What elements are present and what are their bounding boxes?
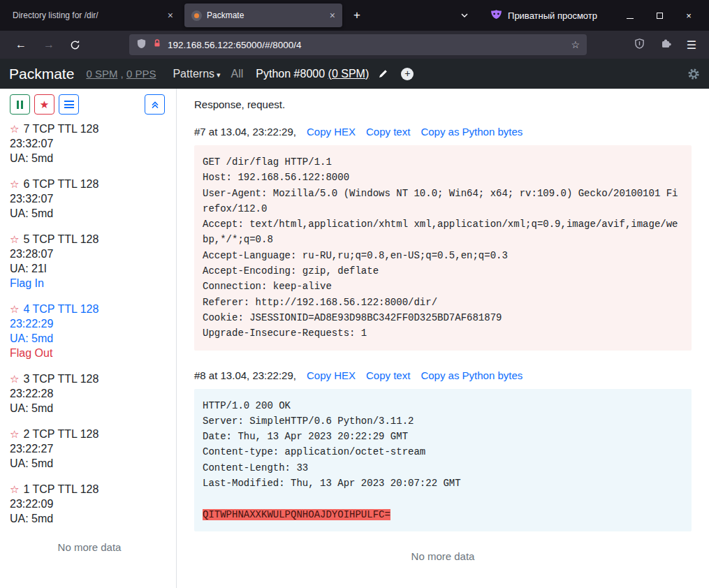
navbar-right-icons: ☰ xyxy=(630,38,702,52)
tab-close-icon[interactable]: × xyxy=(330,10,335,21)
packmate-favicon-icon xyxy=(191,10,202,21)
settings-gear-icon[interactable] xyxy=(687,68,700,80)
packet-header: #8 at 13.04, 23:22:29,Copy HEXCopy textC… xyxy=(194,369,692,381)
service-tab-python-8000[interactable]: Python #8000 (0 SPM) xyxy=(256,68,369,80)
entry-title: ☆6 TCP TTL 128 xyxy=(10,177,169,191)
copy-hex-link[interactable]: Copy HEX xyxy=(307,126,356,138)
packets-container: #7 at 13.04, 23:22:29,Copy HEXCopy textC… xyxy=(194,126,692,531)
new-tab-button[interactable]: + xyxy=(345,8,369,22)
entry-time: 23:22:27 xyxy=(10,441,169,456)
browser-tab-bar: Directory listing for /dir/ × Packmate ×… xyxy=(0,0,709,31)
stats-separator: , xyxy=(117,68,126,80)
entry-time: 23:28:07 xyxy=(10,247,169,261)
copy-hex-link[interactable]: Copy HEX xyxy=(307,369,356,381)
edit-service-pencil-icon[interactable] xyxy=(378,68,388,79)
tab-close-icon[interactable]: × xyxy=(168,10,173,21)
entry-title: ☆5 TCP TTL 128 xyxy=(10,232,169,247)
back-button[interactable]: ← xyxy=(7,38,35,51)
sidebar-no-more-data-text: No more data xyxy=(10,541,169,553)
patterns-label: Patterns xyxy=(173,68,214,80)
entry-title: ☆3 TCP TTL 128 xyxy=(10,372,169,386)
list-item[interactable]: ☆2 TCP TTL 12823:22:27UA: 5md xyxy=(10,427,169,471)
tab-title: Packmate xyxy=(207,10,324,20)
entry-title: ☆7 TCP TTL 128 xyxy=(10,122,169,136)
page-content: ★ ☆7 TCP TTL 12823:32:07UA: 5md☆6 TCP TT… xyxy=(0,89,709,588)
service-spm: (0 SPM) xyxy=(328,68,370,80)
private-badge-label: Приватный просмотр xyxy=(508,10,597,21)
entry-user-agent: UA: 5md xyxy=(10,511,169,526)
entry-user-agent: UA: 5md xyxy=(10,331,169,346)
traffic-stats: 0 SPM , 0 PPS xyxy=(86,68,156,80)
browser-navbar: ← → 192.168.56.122:65000/#/8000/4 ☆ ☰ xyxy=(0,31,709,59)
list-item[interactable]: ☆5 TCP TTL 12823:28:07UA: 21lFlag In xyxy=(10,232,169,291)
entry-flag-link[interactable]: Flag In xyxy=(10,276,169,291)
entry-user-agent: UA: 5md xyxy=(10,151,169,166)
packet-header: #7 at 13.04, 23:22:29,Copy HEXCopy textC… xyxy=(194,126,692,138)
list-item[interactable]: ☆4 TCP TTL 12823:22:29UA: 5mdFlag Out xyxy=(10,302,169,360)
private-browsing-badge: Приватный просмотр xyxy=(490,8,597,22)
favorite-star-icon[interactable]: ☆ xyxy=(10,303,19,315)
flag-highlight: QITWPHNAXXKWULPQNHOAJDYOIHPULFC= xyxy=(203,509,390,520)
copy-python-bytes-link[interactable]: Copy as Python bytes xyxy=(421,126,522,138)
packet-id: #7 at 13.04, 23:22:29, xyxy=(194,126,296,138)
entry-time: 23:22:09 xyxy=(10,497,169,511)
window-close-button[interactable]: × xyxy=(674,10,703,21)
entry-time: 23:32:07 xyxy=(10,136,169,151)
entry-time: 23:22:28 xyxy=(10,386,169,401)
copy-text-link[interactable]: Copy text xyxy=(366,369,410,381)
copy-python-bytes-link[interactable]: Copy as Python bytes xyxy=(421,369,522,381)
favorite-star-icon[interactable]: ☆ xyxy=(10,373,19,385)
tab-packmate[interactable]: Packmate × xyxy=(184,3,342,27)
entry-flag-link[interactable]: Flag Out xyxy=(10,346,169,360)
entry-title: ☆4 TCP TTL 128 xyxy=(10,302,169,316)
capture-list: ☆7 TCP TTL 12823:32:07UA: 5md☆6 TCP TTL … xyxy=(10,122,169,526)
protections-shield-icon[interactable] xyxy=(630,38,649,52)
patterns-dropdown[interactable]: Patterns▾ xyxy=(173,68,220,80)
add-service-button[interactable]: + xyxy=(401,68,414,80)
list-all-tabs-chevron-icon[interactable] xyxy=(460,10,469,20)
list-item[interactable]: ☆7 TCP TTL 12823:32:07UA: 5md xyxy=(10,122,169,166)
favorite-star-icon[interactable]: ☆ xyxy=(10,483,19,495)
favorite-star-icon[interactable]: ☆ xyxy=(10,178,19,190)
favorites-filter-button[interactable]: ★ xyxy=(34,94,54,115)
pause-capture-button[interactable] xyxy=(10,94,30,115)
list-item[interactable]: ☆6 TCP TTL 12823:32:07UA: 5md xyxy=(10,177,169,221)
list-item[interactable]: ☆3 TCP TTL 12823:22:28UA: 5md xyxy=(10,372,169,416)
sidebar: ★ ☆7 TCP TTL 12823:32:07UA: 5md☆6 TCP TT… xyxy=(0,89,177,588)
entry-user-agent: UA: 21l xyxy=(10,261,169,276)
chevron-down-icon: ▾ xyxy=(217,71,221,79)
copy-text-link[interactable]: Copy text xyxy=(366,126,410,138)
entry-time: 23:22:29 xyxy=(10,316,169,331)
url-bar[interactable]: 192.168.56.122:65000/#/8000/4 ☆ xyxy=(129,34,587,55)
reload-icon[interactable] xyxy=(63,40,87,50)
tab-directory-listing[interactable]: Directory listing for /dir/ × xyxy=(6,3,180,27)
bookmark-star-icon[interactable]: ☆ xyxy=(571,39,580,50)
window-maximize-button[interactable] xyxy=(645,10,674,21)
entry-time: 23:32:07 xyxy=(10,191,169,206)
list-item[interactable]: ☆1 TCP TTL 12823:22:09UA: 5md xyxy=(10,482,169,526)
list-mode-button[interactable] xyxy=(59,94,79,115)
entry-title: ☆2 TCP TTL 128 xyxy=(10,427,169,441)
tracking-shield-icon[interactable] xyxy=(136,38,147,52)
insecure-lock-icon[interactable] xyxy=(152,38,162,51)
entry-user-agent: UA: 5md xyxy=(10,401,169,416)
all-services-link[interactable]: All xyxy=(231,68,244,80)
packet-body: GET /dir/flag HTTP/1.1 Host: 192.168.56.… xyxy=(194,145,692,351)
entry-user-agent: UA: 5md xyxy=(10,456,169,471)
scroll-to-top-button[interactable] xyxy=(145,94,165,115)
display-mode-text: Response, request. xyxy=(194,98,692,110)
entry-user-agent: UA: 5md xyxy=(10,206,169,221)
packmate-header: Packmate 0 SPM , 0 PPS Patterns▾ All Pyt… xyxy=(0,59,709,89)
app-brand[interactable]: Packmate xyxy=(9,66,74,82)
favorite-star-icon[interactable]: ☆ xyxy=(10,233,19,245)
window-controls: × xyxy=(615,10,703,21)
url-text[interactable]: 192.168.56.122:65000/#/8000/4 xyxy=(168,40,565,50)
favorite-star-icon[interactable]: ☆ xyxy=(10,428,19,440)
main-no-more-data-text: No more data xyxy=(194,550,692,562)
extensions-puzzle-icon[interactable] xyxy=(656,38,675,52)
window-minimize-button[interactable] xyxy=(615,10,645,21)
packet: #7 at 13.04, 23:22:29,Copy HEXCopy textC… xyxy=(194,126,692,351)
favorite-star-icon[interactable]: ☆ xyxy=(10,123,19,135)
service-name: Python #8000 xyxy=(256,68,328,80)
menu-hamburger-icon[interactable]: ☰ xyxy=(682,38,701,52)
